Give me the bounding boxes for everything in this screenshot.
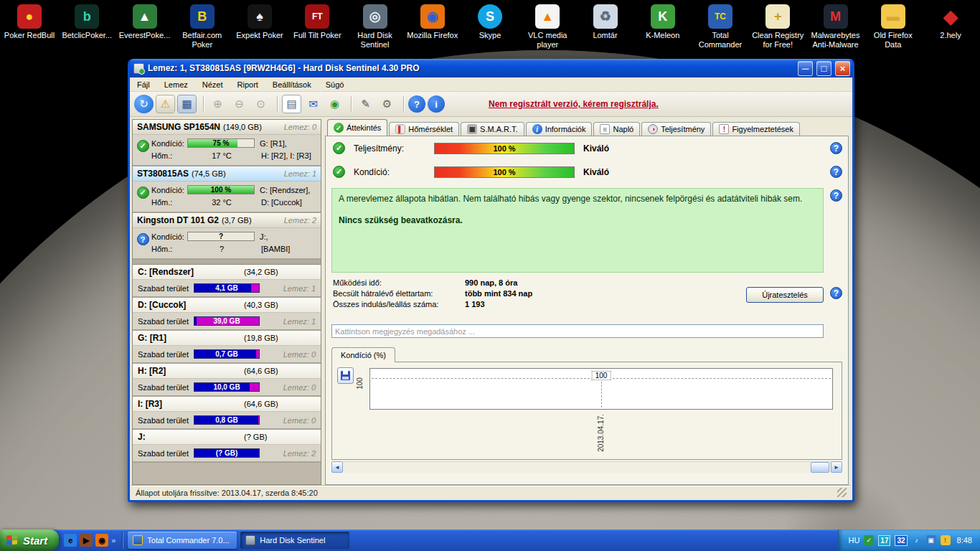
disk-name: Kingston DT 101 G2 (137, 215, 219, 225)
desktop-icon-k-meleon[interactable]: KK-Meleon (635, 4, 691, 50)
chart-tab-condition[interactable]: Kondíció (%) (331, 347, 395, 362)
menu-disk[interactable]: Lemez (164, 80, 188, 89)
quick-launch-overflow[interactable]: » (111, 536, 116, 545)
report-button[interactable]: ▤ (282, 95, 301, 113)
antivirus-tray-icon[interactable]: ✓ (864, 535, 874, 545)
send-report-button[interactable]: ✉ (303, 95, 323, 113)
gauge-icon: ◑ (648, 124, 658, 134)
menu-help[interactable]: Súgó (326, 80, 344, 89)
tab-overview[interactable]: ✓Áttekintés (327, 119, 387, 136)
info-button[interactable]: i (428, 95, 445, 113)
find-button[interactable]: ⊙ (251, 95, 270, 113)
start-button[interactable]: Start (0, 529, 59, 551)
task-total-commander[interactable]: Total Commander 7.0... (128, 532, 237, 549)
desktop-icon-everest-poker[interactable]: ▲EverestPoke... (117, 4, 173, 50)
partition-name: H: [R2] (138, 366, 244, 376)
scroll-thumb[interactable] (811, 462, 829, 473)
firefox-icon[interactable]: ◉ (95, 534, 108, 547)
hard-disk-sentinel-icon: ◎ (363, 4, 387, 29)
close-button[interactable]: × (835, 61, 850, 76)
disk-item-kingston[interactable]: Kingston DT 101 G2(3,7 GB)Lemez: 2 Kondí… (133, 213, 321, 260)
task-hard-disk-sentinel[interactable]: Hard Disk Sentinel (240, 532, 349, 549)
surface-test-button[interactable]: ⚠ (156, 95, 175, 113)
tab-information[interactable]: iInformációk (526, 122, 593, 136)
help-icon[interactable] (830, 287, 842, 299)
desktop-icon-2-hely[interactable]: ◆2.hely (923, 4, 979, 50)
edit-button[interactable]: ✎ (356, 95, 375, 113)
disk-item-st380815as-selected[interactable]: ST380815AS(74,5 GB)Lemez: 1 Kondíció:100… (133, 166, 321, 213)
desktop-icon-betclic-poker[interactable]: bBetclicPoker... (59, 4, 115, 50)
free-space-label: Szabad terület (138, 317, 194, 326)
desktop-icon-recycle-bin[interactable]: ♻Lomtár (578, 4, 633, 50)
internet-explorer-icon[interactable]: e (64, 534, 77, 547)
web-button[interactable]: ◉ (325, 95, 344, 113)
desktop-icon-poker-redbull[interactable]: ●Poker RedBull (1, 4, 57, 50)
tab-alerts[interactable]: !Figyelmeztetések (712, 122, 800, 136)
refresh-button[interactable]: ↻ (134, 95, 154, 113)
menu-file[interactable]: Fájl (137, 80, 150, 89)
zoom-out-button[interactable]: ⊖ (230, 95, 249, 113)
save-chart-button[interactable] (337, 367, 354, 384)
tab-label: Teljesítmény (661, 125, 705, 133)
tab-smart[interactable]: ▦S.M.A.R.T. (461, 122, 524, 136)
help-icon[interactable] (830, 189, 842, 202)
keyboard-language-indicator[interactable]: HU (848, 536, 859, 545)
scroll-right-button[interactable]: ► (831, 461, 842, 473)
tab-performance[interactable]: ◑Teljesítmény (641, 122, 711, 136)
desktop-icon-old-firefox-data[interactable]: ▬Old Firefox Data (865, 4, 921, 50)
desktop-icon-hard-disk-sentinel[interactable]: ◎Hard Disk Sentinel (347, 4, 403, 50)
partition-disk-number: Lemez: 0 (283, 383, 316, 392)
partition-item-i[interactable]: I: [R3](64,6 GB) Szabad terület0,8 GBLem… (133, 397, 321, 430)
tab-log[interactable]: ≡Napló (593, 122, 640, 136)
resize-grip[interactable] (837, 488, 847, 497)
clock[interactable]: 8:48 (957, 536, 972, 545)
full-tilt-poker-icon: FT (305, 4, 329, 29)
menu-view[interactable]: Nézet (202, 80, 223, 89)
titlebar[interactable]: Lemez: 1, ST380815AS [9RW2H4G6] - Hard D… (130, 59, 852, 77)
network-icon[interactable]: ▣ (926, 535, 936, 545)
disk-temperature-badge-1[interactable]: 17 (878, 535, 890, 546)
updates-icon[interactable]: ! (941, 535, 951, 545)
partition-item-j[interactable]: J:(? GB) Szabad terület(? GB)Lemez: 2 (133, 430, 321, 463)
desktop-icon-vlc[interactable]: ▲VLC media player (519, 4, 575, 50)
recycle-bin-icon: ♻ (593, 4, 618, 29)
menu-settings[interactable]: Beállítások (273, 80, 311, 89)
start-label: Start (23, 534, 47, 547)
minimize-button[interactable]: ─ (798, 61, 813, 76)
desktop-icon-betfair-poker[interactable]: BBetfair.com Poker (174, 4, 230, 50)
disk-item-samsung[interactable]: SAMSUNG SP1654N(149,0 GB)Lemez: 0 Kondíc… (133, 120, 321, 166)
desktop-icon-total-commander[interactable]: TCTotal Commander (692, 4, 748, 50)
y-axis-tick: 100 (356, 377, 364, 390)
icon-glyph: ♠ (256, 9, 263, 24)
tab-temperature[interactable]: ▌Hőmérséklet (389, 122, 459, 136)
zoom-in-button[interactable]: ⊕ (208, 95, 227, 113)
maximize-button[interactable]: □ (816, 61, 831, 76)
partition-item-d[interactable]: D: [Cuccok](40,3 GB) Szabad terület39,0 … (133, 298, 321, 331)
desktop-icon-skype[interactable]: SSkype (462, 4, 518, 50)
media-player-icon[interactable]: ▶ (80, 534, 93, 547)
scroll-track[interactable] (343, 461, 831, 473)
comment-input[interactable] (331, 324, 824, 338)
partition-item-g[interactable]: G: [R1](19,8 GB) Szabad terület0,7 GBLem… (133, 331, 321, 364)
partition-name: I: [R3] (138, 399, 244, 409)
settings-button[interactable]: ⚙ (377, 95, 397, 113)
desktop-icon-clean-registry[interactable]: +Clean Registry for Free! (750, 4, 806, 50)
partition-item-c[interactable]: C: [Rendszer](34,2 GB) Szabad terület4,1… (133, 265, 321, 298)
condition-label: Kondíció: (151, 186, 187, 194)
desktop-icon-full-tilt-poker[interactable]: FTFull Tilt Poker (289, 4, 345, 50)
desktop-icon-malwarebytes[interactable]: MMalwarebytes Anti-Malware (808, 4, 864, 50)
desktop-icon-expekt-poker[interactable]: ♠Expekt Poker (232, 4, 288, 50)
help-icon[interactable] (830, 142, 842, 154)
partition-item-h[interactable]: H: [R2](64,6 GB) Szabad terület10,0 GBLe… (133, 364, 321, 397)
register-notice-link[interactable]: Nem regisztrált verzió, kérem regisztrál… (489, 99, 659, 109)
icon-label: Full Tilt Poker (289, 31, 345, 40)
help-icon[interactable] (830, 166, 842, 178)
menu-report[interactable]: Riport (237, 80, 258, 89)
volume-icon[interactable]: ♪ (912, 535, 922, 545)
monitor-button[interactable]: ▦ (177, 95, 197, 113)
retest-button[interactable]: Újratesztelés (746, 287, 824, 303)
scroll-left-button[interactable]: ◄ (331, 461, 343, 473)
desktop-icon-mozilla-firefox[interactable]: ◉Mozilla Firefox (405, 4, 461, 50)
help-button[interactable]: ? (408, 95, 425, 113)
disk-temperature-badge-2[interactable]: 32 (895, 535, 907, 546)
